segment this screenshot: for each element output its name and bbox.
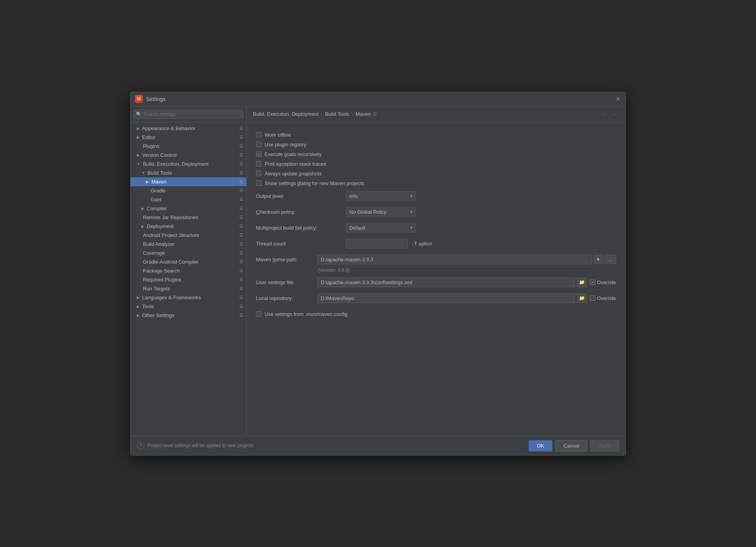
print-exception-checkbox[interactable] (256, 161, 261, 166)
local-repository-label: Local repository: (256, 295, 314, 301)
print-exception-row: Print exception stack traces (256, 159, 616, 169)
breadcrumb-sep-2: › (352, 111, 353, 117)
show-settings-dialog-checkbox[interactable] (256, 180, 261, 186)
user-settings-override-wrap: Override (590, 280, 616, 285)
settings-icon: ☰ (239, 135, 243, 140)
checksum-policy-select-wrap: No Global Policy Strict Lax ▼ (346, 207, 416, 217)
cancel-button[interactable]: Cancel (555, 440, 587, 451)
chevron-right-icon: ▶ (137, 313, 140, 317)
sidebar-item-android-project[interactable]: Android Project Structure ☰ (131, 231, 246, 240)
local-repository-browse-button[interactable]: 📁 (577, 293, 587, 303)
search-input[interactable] (134, 110, 243, 119)
execute-goals-recursively-row: Execute goals recursively (256, 149, 616, 159)
sidebar-item-gant[interactable]: Gant ☰ (131, 195, 246, 204)
settings-icon: ☰ (239, 268, 243, 273)
sidebar-item-required-plugins[interactable]: Required Plugins ☰ (131, 275, 246, 284)
sidebar-item-editor[interactable]: ▶ Editor ☰ (131, 133, 246, 142)
sidebar-item-label: Plugins (143, 143, 160, 149)
sidebar-item-label: Build Analyzer (143, 241, 175, 247)
use-settings-mvn-checkbox[interactable] (256, 311, 261, 317)
ok-button[interactable]: OK (529, 440, 552, 451)
local-repository-input[interactable] (317, 293, 575, 303)
sidebar-item-build-tools[interactable]: ▼ Build Tools ☰ (131, 168, 246, 177)
breadcrumb-part-1: Build, Execution, Deployment (253, 111, 319, 117)
use-plugin-registry-checkbox[interactable] (256, 142, 261, 147)
settings-icon: ☰ (239, 197, 243, 202)
settings-dialog: IJ Settings ✕ 🔍 ▶ Appearance & Behavior … (130, 92, 626, 456)
print-exception-label: Print exception stack traces (265, 161, 326, 167)
breadcrumb: Build, Execution, Deployment › Build Too… (253, 111, 377, 117)
breadcrumb-menu-icon[interactable]: ☰ (373, 111, 377, 117)
always-update-snapshots-row: Always update snapshots (256, 169, 616, 178)
settings-icon: ☰ (239, 286, 243, 291)
chevron-right-icon: ▶ (137, 304, 140, 309)
chevron-right-icon: ▶ (137, 295, 140, 300)
local-repository-override-checkbox[interactable] (590, 295, 595, 301)
checksum-policy-label: Checksum policy: (256, 209, 341, 215)
maven-home-path-dropdown-button[interactable]: ▼ (593, 255, 603, 264)
sidebar-item-label: Package Search (143, 268, 180, 274)
chevron-down-icon: ▼ (141, 171, 145, 175)
sidebar-item-label: Compiler (147, 206, 167, 211)
checksum-policy-select[interactable]: No Global Policy Strict Lax (346, 207, 416, 217)
title-bar-left: IJ Settings (135, 95, 166, 103)
sidebar-item-coverage[interactable]: Coverage ☰ (131, 249, 246, 257)
sidebar-item-label: Build Tools (148, 170, 172, 176)
sidebar-item-label: Version Control (142, 152, 177, 158)
sidebar-item-languages[interactable]: ▶ Languages & Frameworks ☰ (131, 293, 246, 302)
work-offline-row: Work offline (256, 130, 616, 140)
sidebar-item-gradle[interactable]: Gradle ☰ (131, 186, 246, 195)
sidebar-item-label: Remote Jar Repositories (143, 214, 198, 220)
execute-goals-recursively-checkbox[interactable] (256, 151, 261, 157)
local-repository-wrap: 📁 (317, 293, 587, 303)
maven-home-path-label: Maven home path: (256, 257, 314, 262)
always-update-snapshots-label: Always update snapshots (265, 171, 321, 177)
thread-count-row: Thread count -T option (256, 236, 616, 252)
sidebar-item-appearance[interactable]: ▶ Appearance & Behavior ☰ (131, 124, 246, 133)
always-update-snapshots-checkbox[interactable] (256, 171, 261, 176)
user-settings-override-checkbox[interactable] (590, 280, 595, 285)
sidebar-item-version-control[interactable]: ▶ Version Control ☰ (131, 151, 246, 159)
search-wrap: 🔍 (134, 110, 243, 119)
sidebar-item-run-targets[interactable]: Run Targets ☰ (131, 284, 246, 293)
use-settings-mvn-label: Use settings from .mvn/maven.config (265, 311, 347, 317)
user-settings-browse-button[interactable]: 📁 (577, 278, 587, 287)
user-settings-file-input[interactable] (317, 278, 575, 287)
sidebar: 🔍 ▶ Appearance & Behavior ☰ ▶ Editor (131, 106, 247, 436)
close-button[interactable]: ✕ (615, 96, 621, 102)
maven-home-path-input[interactable] (317, 255, 592, 264)
sidebar-item-build-exec-deploy[interactable]: ▼ Build, Execution, Deployment ☰ (131, 159, 246, 168)
sidebar-item-other-settings[interactable]: ▶ Other Settings ☰ (131, 311, 246, 320)
settings-icon: ☰ (239, 170, 243, 175)
sidebar-item-package-search[interactable]: Package Search ☰ (131, 266, 246, 275)
sidebar-item-deployment[interactable]: ▶ Deployment ☰ (131, 222, 246, 231)
nav-forward-button[interactable]: → (611, 110, 619, 118)
nav-back-button[interactable]: ← (599, 110, 608, 118)
sidebar-item-label: Android Project Structure (143, 232, 199, 238)
sidebar-item-remote-jar[interactable]: Remote Jar Repositories ☰ (131, 213, 246, 222)
sidebar-item-gradle-android[interactable]: Gradle-Android Compiler ☰ (131, 257, 246, 266)
sidebar-item-compiler[interactable]: ▶ Compiler ☰ (131, 204, 246, 213)
sidebar-item-tools[interactable]: ▶ Tools ☰ (131, 302, 246, 311)
settings-icon: ☰ (239, 277, 243, 282)
local-repository-row: Local repository: 📁 Override (256, 290, 616, 306)
chevron-right-icon: ▶ (141, 206, 144, 211)
use-settings-mvn-row: Use settings from .mvn/maven.config (256, 309, 616, 319)
output-level-select[interactable]: Debug Info Warn Error (346, 191, 416, 201)
sidebar-item-build-analyzer[interactable]: Build Analyzer ☰ (131, 240, 246, 249)
settings-icon: ☰ (239, 161, 243, 166)
multiproject-fail-policy-select[interactable]: Default Fail Fast Fail Never (346, 223, 416, 233)
show-settings-dialog-row: Show settings dialog for new Maven proje… (256, 178, 616, 188)
help-button[interactable]: ? (137, 442, 144, 449)
dialog-body: 🔍 ▶ Appearance & Behavior ☰ ▶ Editor (131, 106, 625, 436)
sidebar-item-maven[interactable]: ▶ Maven ☰ (131, 177, 246, 186)
user-settings-file-label: User settings file: (256, 280, 314, 285)
thread-count-input[interactable] (346, 239, 408, 249)
work-offline-checkbox[interactable] (256, 132, 261, 137)
checksum-policy-row: Checksum policy: No Global Policy Strict… (256, 204, 616, 220)
apply-button[interactable]: Apply (590, 440, 619, 451)
sidebar-item-plugins[interactable]: Plugins ☰ (131, 142, 246, 151)
sidebar-item-label: Coverage (143, 250, 165, 256)
maven-home-path-browse-button[interactable]: … (605, 255, 616, 264)
sidebar-item-label: Build, Execution, Deployment (143, 161, 209, 167)
